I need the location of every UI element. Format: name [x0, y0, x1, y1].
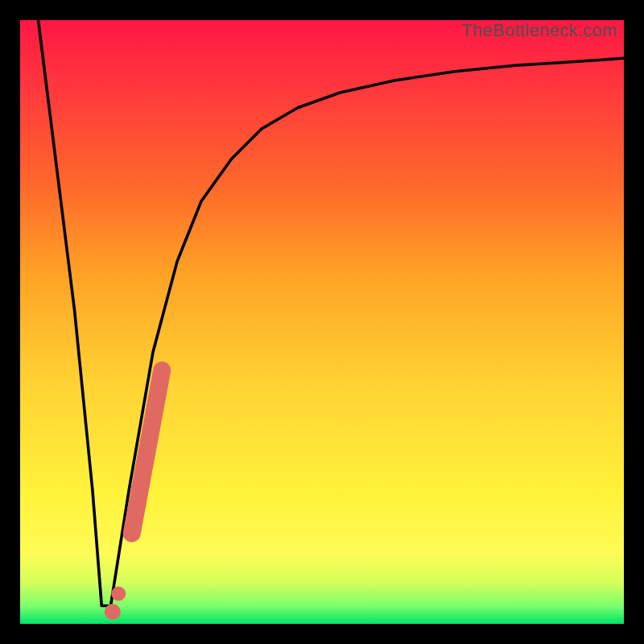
chart-frame: TheBottleneck.com — [0, 0, 644, 644]
plot-area: TheBottleneck.com — [20, 20, 624, 624]
highlight-dot-b — [111, 587, 126, 601]
highlight-dot-a — [105, 604, 121, 620]
chart-svg — [20, 20, 624, 624]
